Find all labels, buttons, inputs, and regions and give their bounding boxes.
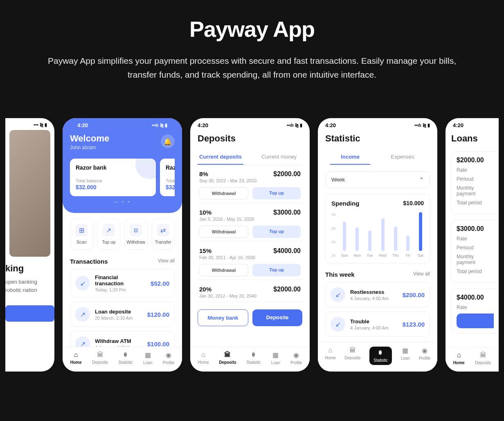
transaction-date: Today, 1:20 Pm: [95, 287, 146, 292]
tab-expenses[interactable]: Expenses: [380, 151, 425, 165]
bank-card[interactable]: Razor bank Total balance $32.000: [70, 159, 156, 196]
tab-income[interactable]: Income: [330, 151, 370, 165]
phone-home: 4:20••ılı ⧎ ▮ 🔔 Welcome John abram Razor…: [63, 118, 182, 372]
bank-name: Razor bank: [76, 164, 150, 171]
status-time: 4:20: [77, 122, 88, 128]
tab-loan[interactable]: ▦ Loan: [271, 351, 280, 365]
tab-statistic[interactable]: ⧯ Statistic: [369, 347, 392, 365]
deposit-rate: 15%: [199, 247, 255, 254]
deposit-amount: $2000.00: [273, 286, 301, 293]
tab-statistic[interactable]: ⧯ Statistic: [247, 351, 261, 365]
bank-card[interactable]: Razo Total b $32.0: [160, 159, 175, 196]
day-label: Sun: [341, 253, 348, 258]
loans-heading: Loans: [451, 133, 499, 144]
topup-button[interactable]: Top up: [252, 187, 301, 199]
tab-deposits[interactable]: 🏛 Deposits: [92, 351, 108, 365]
bar: [343, 222, 346, 251]
bar-tue[interactable]: Tue: [367, 231, 373, 258]
balance-label: Total b: [166, 178, 175, 183]
loan-action-button[interactable]: [457, 314, 494, 328]
deposit-row: 10% Jan 5, 2010 - May 15, 2020 $3000.00 …: [198, 203, 302, 242]
tab-statistic[interactable]: ⧯ Statistic: [119, 351, 133, 365]
page-subtitle: Payway App simplifies your payment proce…: [43, 54, 461, 81]
day-label: Fri: [406, 253, 410, 258]
tab-current-deposits[interactable]: Current deposits: [198, 150, 243, 165]
transaction-row[interactable]: ↙ Financial transaction Today, 1:20 Pm $…: [70, 269, 175, 298]
loan-amount: $3000.00: [457, 225, 494, 233]
loan-field: Rate: [457, 305, 494, 310]
loan-card[interactable]: $4000.00 Rate: [451, 289, 499, 334]
view-all-link[interactable]: View all: [158, 258, 175, 265]
tab-icon: 🏛: [224, 351, 231, 358]
week-item[interactable]: ↙ Restlessness 4 January, 4:00 Am $200.0…: [325, 282, 430, 307]
action-transfer[interactable]: ⇄ Transfer: [152, 219, 175, 250]
action-icon: ↗: [103, 224, 115, 236]
week-item[interactable]: ↙ Trouble 4 January, 4:00 Am $123.00: [325, 311, 430, 337]
action-scan[interactable]: ⊞ Scan: [70, 219, 93, 250]
withdrawal-button[interactable]: Withdrawal: [199, 187, 248, 199]
tab-icon: ▦: [272, 351, 279, 359]
loan-card[interactable]: $3000.00 RatePerioudMonthly paymentTotal…: [451, 220, 499, 283]
loan-field: Perioud: [457, 245, 494, 251]
phone-deposits: 4:20••ılı ⧎ ▮ Deposits Current deposits …: [190, 118, 310, 372]
tab-home[interactable]: ⌂ Home: [70, 351, 82, 365]
tab-icon: ⌂: [328, 347, 332, 354]
bell-icon[interactable]: 🔔: [161, 134, 175, 148]
tab-profile[interactable]: ◉ Profile: [419, 347, 430, 365]
tab-label: Loan: [271, 361, 280, 365]
y-tick: 2K: [331, 240, 336, 244]
tab-home[interactable]: ⌂ Home: [325, 347, 336, 365]
bar-thu[interactable]: Thu: [392, 226, 399, 258]
bank-name: Razo: [166, 164, 175, 171]
tab-deposits[interactable]: 🏛 Deposits: [344, 347, 360, 365]
tab-label: Statistic: [247, 360, 261, 365]
bar-wed[interactable]: Wed: [379, 218, 386, 258]
tab-icon: ◉: [166, 351, 171, 359]
loan-card[interactable]: $2000.00 RatePerioudMonthly paymentTotal…: [451, 151, 499, 214]
carousel-dots[interactable]: — • •: [70, 199, 175, 204]
tab-loan[interactable]: ▦ Loan: [143, 351, 152, 365]
topup-button[interactable]: Top up: [252, 264, 301, 276]
bar: [368, 231, 371, 251]
tab-home[interactable]: ⌂ Home: [453, 352, 465, 365]
view-all-link[interactable]: View all: [413, 271, 430, 278]
action-withdraw[interactable]: ⧈ Withdraw: [124, 219, 148, 250]
withdrawal-button[interactable]: Withdrawal: [199, 226, 248, 238]
transaction-name: Loan deposite: [95, 309, 142, 315]
statistic-heading: Statistic: [325, 133, 430, 144]
tab-deposits[interactable]: 🏛 Deposits: [475, 352, 491, 365]
tab-label: Home: [453, 361, 465, 365]
y-tick: 3K: [331, 226, 336, 231]
action-top-up[interactable]: ↗ Top up: [97, 219, 121, 250]
status-time: 4:20: [325, 122, 336, 128]
onboarding-cta-button[interactable]: [5, 305, 54, 322]
this-week-heading: This week: [325, 271, 355, 278]
bar-fri[interactable]: Fri: [405, 235, 411, 258]
transaction-row[interactable]: ↗ Loan deposite 20 March, 2:10 Am $120.0…: [70, 302, 175, 327]
tab-label: Statistic: [119, 360, 133, 365]
period-selector[interactable]: Week ⌃: [325, 171, 430, 188]
tab-icon: ◉: [293, 351, 299, 359]
tab-label: Deposits: [92, 360, 108, 365]
tab-label: Deposits: [344, 356, 360, 360]
money-bank-button[interactable]: Money bank: [198, 309, 248, 326]
bar-sat[interactable]: Sat: [417, 212, 424, 258]
welcome-label: Welcome: [70, 133, 175, 144]
action-label: Withdraw: [126, 240, 146, 244]
withdrawal-button[interactable]: Withdrawal: [199, 264, 248, 276]
action-label: Scan: [72, 240, 91, 244]
bar-sun[interactable]: Sun: [341, 222, 348, 258]
tab-deposits[interactable]: 🏛 Deposits: [219, 351, 236, 365]
topup-button[interactable]: Top up: [252, 226, 301, 238]
deposite-button[interactable]: Deposite: [252, 309, 302, 326]
bar-mon[interactable]: Mon: [353, 227, 361, 258]
tab-home[interactable]: ⌂ Home: [198, 351, 209, 365]
transaction-amount: $52.00: [151, 280, 169, 287]
tab-label: Profile: [419, 356, 430, 361]
tab-label: Profile: [163, 361, 174, 365]
tab-profile[interactable]: ◉ Profile: [290, 351, 302, 365]
status-time: 4:20: [453, 122, 464, 128]
tab-loan[interactable]: ▦ Loan: [401, 347, 410, 365]
tab-current-money[interactable]: Current money: [260, 150, 298, 164]
tab-profile[interactable]: ◉ Profile: [163, 351, 174, 365]
